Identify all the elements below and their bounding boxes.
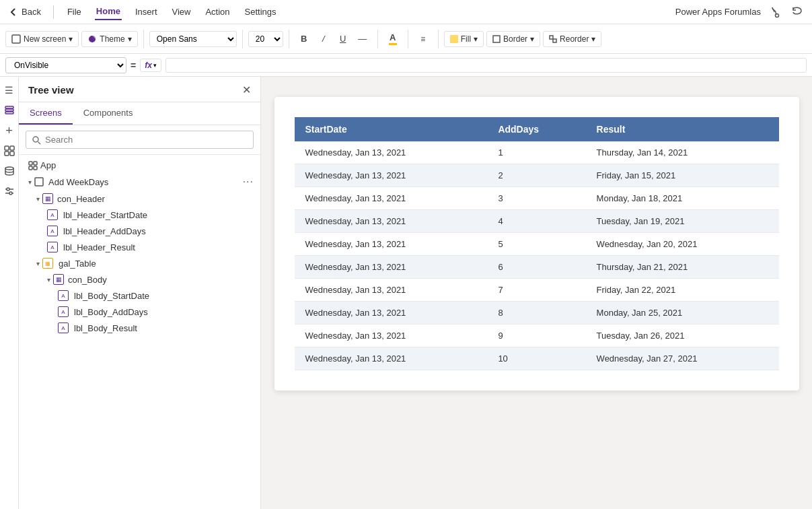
tree-item-lbl-header-adddays-label: lbl_Header_AddDays bbox=[63, 226, 146, 236]
tree-tabs: Screens Components bbox=[19, 102, 260, 125]
table-cell-result: Monday, Jan 18, 2021 bbox=[586, 187, 779, 210]
tree-item-weekdays-label: Add WeekDays bbox=[48, 177, 108, 187]
formula-scope-select[interactable]: OnVisible bbox=[5, 57, 126, 73]
tree-content: App ▾ Add WeekDays ··· ▾ ▦ con_Header A … bbox=[19, 155, 260, 509]
reorder-label: Reorder bbox=[560, 34, 589, 44]
font-select[interactable]: Open Sans bbox=[149, 31, 237, 47]
app-title: Power Apps Forumlas bbox=[675, 7, 761, 17]
font-color-button[interactable]: A bbox=[383, 30, 402, 48]
nav-divider bbox=[53, 5, 54, 19]
table-cell-startdate: Wednesday, Jan 13, 2021 bbox=[295, 141, 488, 164]
table-header-adddays: AddDays bbox=[487, 117, 585, 141]
tree-item-con-body[interactable]: ▾ ▦ con_Body bbox=[19, 271, 260, 287]
tree-item-lbl-header-adddays[interactable]: A lbl_Header_AddDays bbox=[19, 223, 260, 239]
tree-item-dots[interactable]: ··· bbox=[243, 176, 254, 188]
table-cell-adddays: 2 bbox=[487, 164, 585, 187]
table-cell-startdate: Wednesday, Jan 13, 2021 bbox=[295, 256, 488, 279]
table-row: Wednesday, Jan 13, 202110Wednesday, Jan … bbox=[295, 347, 779, 370]
font-color-icon: A bbox=[389, 32, 397, 45]
toolbar-sep-3 bbox=[289, 30, 289, 48]
new-screen-label: New screen bbox=[24, 34, 66, 44]
nav-undo-icon[interactable] bbox=[790, 4, 804, 20]
table-row: Wednesday, Jan 13, 20218Monday, Jan 25, … bbox=[295, 302, 779, 325]
tree-item-lbl-header-startdate[interactable]: A lbl_Header_StartDate bbox=[19, 207, 260, 223]
label-icon: A bbox=[47, 226, 58, 236]
svg-point-18 bbox=[9, 192, 12, 195]
tree-item-lbl-body-startdate-label: lbl_Body_StartDate bbox=[74, 291, 149, 301]
table-cell-adddays: 4 bbox=[487, 210, 585, 233]
tab-components[interactable]: Components bbox=[73, 102, 144, 125]
back-button[interactable]: Back bbox=[8, 7, 41, 18]
sidebar-layers-icon[interactable] bbox=[1, 102, 17, 118]
align-icon: ≡ bbox=[420, 34, 425, 44]
underline-button[interactable]: U bbox=[334, 30, 353, 48]
italic-button[interactable]: / bbox=[314, 30, 333, 48]
tree-item-lbl-body-adddays[interactable]: A lbl_Body_AddDays bbox=[19, 304, 260, 320]
fill-button[interactable]: Fill ▾ bbox=[444, 31, 484, 47]
data-table: StartDate AddDays Result Wednesday, Jan … bbox=[295, 117, 779, 370]
table-row: Wednesday, Jan 13, 20219Tuesday, Jan 26,… bbox=[295, 325, 779, 347]
nav-view[interactable]: View bbox=[171, 4, 192, 20]
app-icon bbox=[28, 161, 38, 170]
search-icon bbox=[32, 135, 41, 145]
tree-item-lbl-body-result[interactable]: A lbl_Body_Result bbox=[19, 320, 260, 336]
nav-home[interactable]: Home bbox=[95, 3, 122, 20]
nav-right: Power Apps Forumlas bbox=[675, 4, 804, 20]
svg-rect-24 bbox=[34, 166, 37, 170]
search-input[interactable] bbox=[45, 135, 248, 145]
expand-icon: ▾ bbox=[36, 260, 40, 267]
tree-item-add-weekdays[interactable]: ▾ Add WeekDays ··· bbox=[19, 173, 260, 191]
svg-rect-23 bbox=[29, 166, 32, 170]
nav-stethoscope-icon[interactable] bbox=[769, 5, 782, 19]
screen-icon bbox=[34, 177, 44, 186]
theme-chevron-icon: ▾ bbox=[128, 34, 132, 44]
formula-input[interactable] bbox=[165, 58, 807, 73]
nav-action[interactable]: Action bbox=[204, 4, 231, 20]
label-icon: A bbox=[58, 323, 69, 333]
tree-item-gal-table[interactable]: ▾ ▦ gal_Table bbox=[19, 255, 260, 271]
svg-rect-3 bbox=[450, 35, 458, 43]
nav-insert[interactable]: Insert bbox=[134, 4, 159, 20]
sidebar-menu-icon[interactable]: ☰ bbox=[1, 82, 17, 98]
sidebar-add-icon[interactable]: + bbox=[1, 123, 17, 139]
reorder-button[interactable]: Reorder ▾ bbox=[543, 31, 601, 47]
strikethrough-button[interactable]: — bbox=[353, 30, 372, 48]
svg-rect-1 bbox=[12, 35, 20, 43]
table-cell-adddays: 3 bbox=[487, 187, 585, 210]
nav-file[interactable]: File bbox=[66, 4, 83, 20]
tree-title: Tree view bbox=[28, 84, 74, 96]
new-screen-icon bbox=[11, 34, 21, 44]
formula-fx-button[interactable]: fx ▾ bbox=[140, 59, 161, 72]
tree-item-lbl-header-startdate-label: lbl_Header_StartDate bbox=[63, 210, 147, 220]
table-cell-result: Wednesday, Jan 27, 2021 bbox=[586, 347, 779, 370]
border-icon bbox=[492, 35, 501, 43]
top-nav: Back File Home Insert View Action Settin… bbox=[0, 0, 812, 24]
table-cell-result: Monday, Jan 25, 2021 bbox=[586, 302, 779, 325]
table-cell-startdate: Wednesday, Jan 13, 2021 bbox=[295, 164, 488, 187]
tree-item-app-label: App bbox=[40, 160, 56, 170]
sidebar-components-icon[interactable] bbox=[1, 143, 17, 159]
nav-settings[interactable]: Settings bbox=[244, 4, 278, 20]
tree-item-lbl-body-startdate[interactable]: A lbl_Body_StartDate bbox=[19, 287, 260, 304]
font-size-select[interactable]: 20 bbox=[248, 31, 283, 47]
tree-item-app[interactable]: App bbox=[19, 158, 260, 173]
table-cell-adddays: 6 bbox=[487, 256, 585, 279]
tree-item-lbl-header-result[interactable]: A lbl_Header_Result bbox=[19, 239, 260, 255]
border-button[interactable]: Border ▾ bbox=[486, 31, 540, 47]
tree-close-button[interactable]: ✕ bbox=[242, 83, 251, 96]
search-box bbox=[26, 131, 254, 149]
sidebar-controls-icon[interactable] bbox=[1, 183, 17, 199]
toolbar-sep-1 bbox=[143, 30, 144, 48]
align-button[interactable]: ≡ bbox=[414, 30, 433, 48]
toolbar-sep-2 bbox=[242, 30, 243, 48]
svg-line-20 bbox=[38, 141, 41, 144]
svg-rect-13 bbox=[10, 151, 14, 156]
sidebar-icons: ☰ + bbox=[0, 77, 19, 509]
bold-button[interactable]: B bbox=[295, 30, 313, 48]
new-screen-button[interactable]: New screen ▾ bbox=[5, 31, 79, 47]
tree-item-con-header[interactable]: ▾ ▦ con_Header bbox=[19, 191, 260, 207]
theme-button[interactable]: Theme ▾ bbox=[81, 31, 137, 47]
tab-screens[interactable]: Screens bbox=[19, 102, 73, 125]
sidebar-data-icon[interactable] bbox=[1, 163, 17, 179]
tree-item-con-header-label: con_Header bbox=[57, 194, 105, 204]
